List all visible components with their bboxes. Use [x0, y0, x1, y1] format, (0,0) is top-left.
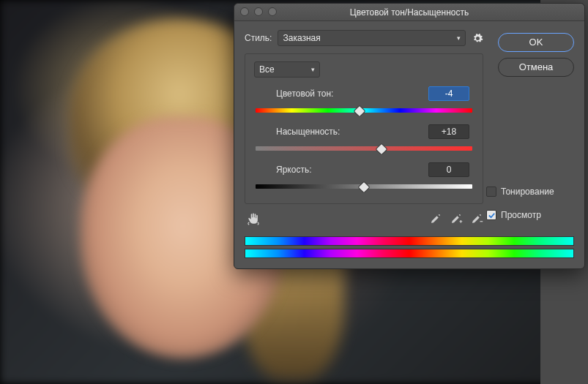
lightness-input[interactable]: [428, 162, 469, 177]
color-range-select[interactable]: Все ▾: [254, 61, 320, 78]
chevron-down-icon: ▾: [311, 66, 315, 73]
gear-icon: [472, 33, 483, 44]
chevron-down-icon: ▾: [457, 34, 461, 42]
eyedropper-icon: [429, 212, 442, 225]
window-controls: [240, 7, 277, 16]
adjustment-panel: Все ▾ Цветовой тон: Насыщенность:: [245, 53, 483, 204]
cancel-button[interactable]: Отмена: [498, 58, 574, 77]
checkmark-icon: [488, 211, 496, 219]
eyedropper-subtract-button[interactable]: [470, 212, 483, 225]
style-select[interactable]: Заказная ▾: [278, 30, 466, 46]
spectrum-before[interactable]: [245, 236, 574, 246]
saturation-label: Насыщенность:: [276, 127, 428, 137]
preview-checkbox-row[interactable]: Просмотр: [486, 210, 574, 220]
saturation-slider-block: Насыщенность:: [254, 124, 474, 152]
preview-checkbox[interactable]: [486, 210, 496, 220]
hue-label: Цветовой тон:: [276, 89, 428, 99]
hue-saturation-dialog: Цветовой тон/Насыщенность Стиль: Заказна…: [234, 3, 585, 269]
dialog-title: Цветовой тон/Насыщенность: [350, 7, 469, 18]
hue-thumb[interactable]: [354, 105, 366, 118]
preview-label: Просмотр: [501, 210, 541, 220]
ok-button-label: OK: [529, 37, 543, 48]
hand-scrub-icon: [246, 211, 261, 226]
eyedropper-button[interactable]: [429, 212, 442, 225]
style-select-value: Заказная: [283, 33, 320, 43]
hue-slider-block: Цветовой тон:: [254, 86, 474, 114]
saturation-track: [256, 146, 472, 151]
close-window-button[interactable]: [240, 7, 249, 16]
lightness-label: Яркость:: [276, 165, 428, 175]
dialog-titlebar[interactable]: Цветовой тон/Насыщенность: [234, 4, 584, 21]
saturation-thumb[interactable]: [375, 143, 387, 156]
lightness-thumb[interactable]: [358, 181, 371, 194]
zoom-window-button[interactable]: [268, 7, 277, 16]
spectrum-after[interactable]: [245, 249, 574, 258]
eyedropper-add-button[interactable]: [450, 212, 463, 225]
colorize-checkbox-row[interactable]: Тонирование: [486, 187, 574, 197]
eyedropper-plus-icon: [450, 212, 463, 225]
hue-slider[interactable]: [256, 105, 472, 114]
color-range-value: Все: [259, 64, 275, 75]
preset-options-button[interactable]: [472, 32, 483, 44]
minimize-window-button[interactable]: [254, 7, 263, 16]
eyedropper-group: [429, 212, 483, 225]
targeted-adjustment-button[interactable]: [245, 211, 262, 226]
eyedropper-minus-icon: [470, 212, 483, 225]
colorize-label: Тонирование: [501, 187, 554, 197]
lightness-slider[interactable]: [256, 181, 472, 190]
style-label: Стиль:: [245, 33, 272, 43]
saturation-slider[interactable]: [256, 143, 472, 152]
spectrum-strip-group: [245, 236, 574, 258]
ok-button[interactable]: OK: [498, 33, 574, 52]
lightness-slider-block: Яркость:: [254, 162, 474, 190]
hue-input[interactable]: [428, 86, 469, 101]
saturation-input[interactable]: [428, 124, 469, 139]
cancel-button-label: Отмена: [519, 61, 554, 72]
colorize-checkbox[interactable]: [486, 187, 496, 197]
